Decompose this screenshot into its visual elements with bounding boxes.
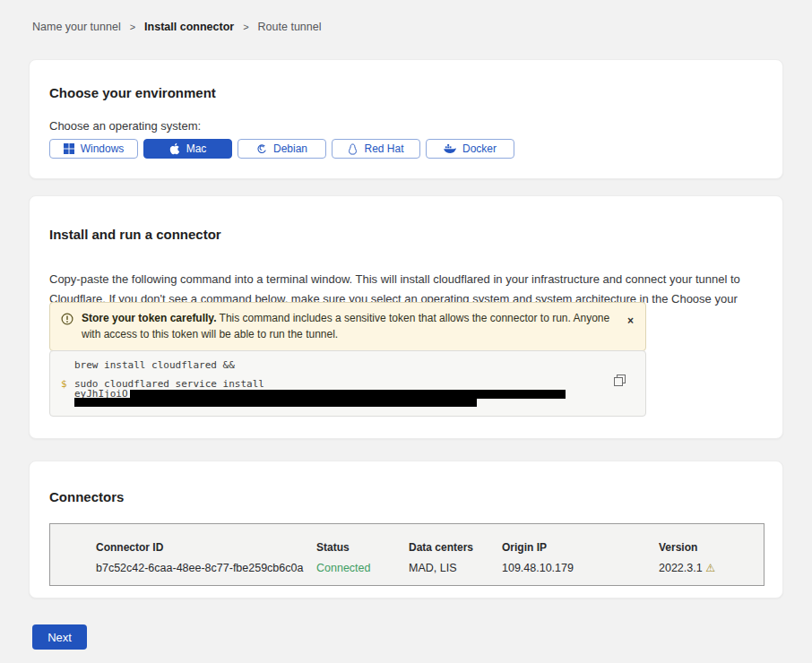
breadcrumb-step-route-tunnel[interactable]: Route tunnel: [258, 21, 322, 33]
token-warning-banner: Store your token carefully. This command…: [49, 302, 646, 351]
apple-icon: [169, 142, 180, 155]
table-header-row: Connector ID Status Data centers Origin …: [50, 541, 764, 554]
os-button-row: Windows Mac Debian: [49, 139, 514, 159]
cell-version: 2022.3.1 ⚠: [659, 562, 764, 574]
warning-text: Store your token carefully. This command…: [82, 311, 615, 342]
next-button[interactable]: Next: [32, 624, 87, 650]
status-badge: Connected: [316, 562, 409, 574]
copy-icon[interactable]: [614, 375, 626, 389]
os-button-label: Red Hat: [364, 142, 403, 155]
warning-title: Store your token carefully.: [82, 312, 217, 324]
card-title: Connectors: [49, 489, 124, 504]
breadcrumb-separator: >: [243, 22, 248, 32]
os-button-label: Debian: [273, 142, 307, 155]
close-icon[interactable]: ×: [627, 315, 634, 326]
cell-origin-ip: 109.48.10.179: [502, 562, 659, 574]
table-row: b7c52c42-6caa-48ee-8c77-fbe259cb6c0a Con…: [50, 562, 764, 574]
install-command-code-block: brew install cloudflared && $ sudo cloud…: [49, 350, 646, 417]
alert-circle-icon: [61, 313, 73, 329]
card-title: Choose your environment: [49, 85, 216, 100]
col-header-connector-id: Connector ID: [50, 541, 316, 554]
breadcrumb: Name your tunnel > Install connector > R…: [32, 21, 321, 33]
connectors-table: Connector ID Status Data centers Origin …: [49, 523, 764, 586]
card-title: Install and run a connector: [49, 227, 221, 242]
os-button-label: Windows: [81, 142, 125, 155]
token-redaction-bar: [130, 390, 566, 399]
cell-connector-id: b7c52c42-6caa-48ee-8c77-fbe259cb6c0a: [50, 562, 316, 574]
choose-environment-card: Choose your environment Choose an operat…: [29, 59, 783, 179]
redhat-icon: [348, 143, 358, 155]
os-select-label: Choose an operating system:: [49, 119, 201, 133]
cell-data-centers: MAD, LIS: [409, 562, 502, 574]
warning-triangle-icon: ⚠: [705, 562, 715, 574]
col-header-version: Version: [659, 541, 764, 554]
breadcrumb-step-install-connector[interactable]: Install connector: [144, 21, 234, 33]
col-header-status: Status: [316, 541, 409, 554]
os-button-redhat[interactable]: Red Hat: [332, 139, 420, 159]
windows-icon: [64, 143, 74, 154]
breadcrumb-step-name-tunnel[interactable]: Name your tunnel: [32, 21, 121, 33]
os-button-windows[interactable]: Windows: [49, 139, 138, 159]
os-button-docker[interactable]: Docker: [426, 139, 514, 159]
shell-prompt: $: [61, 378, 67, 390]
code-line-brew: brew install cloudflared &&: [74, 359, 235, 371]
version-text: 2022.3.1: [659, 562, 703, 574]
debian-icon: [256, 143, 267, 154]
docker-icon: [444, 144, 456, 154]
breadcrumb-separator: >: [130, 22, 135, 32]
col-header-origin-ip: Origin IP: [502, 541, 659, 554]
os-button-debian[interactable]: Debian: [238, 139, 326, 159]
os-button-label: Docker: [462, 142, 497, 155]
connectors-card: Connectors Connector ID Status Data cent…: [29, 461, 783, 598]
os-button-mac[interactable]: Mac: [143, 139, 232, 159]
install-connector-card: Install and run a connector Copy-paste t…: [29, 195, 783, 439]
col-header-data-centers: Data centers: [409, 541, 502, 554]
os-button-label: Mac: [186, 142, 207, 155]
token-redaction-bar: [74, 398, 477, 407]
